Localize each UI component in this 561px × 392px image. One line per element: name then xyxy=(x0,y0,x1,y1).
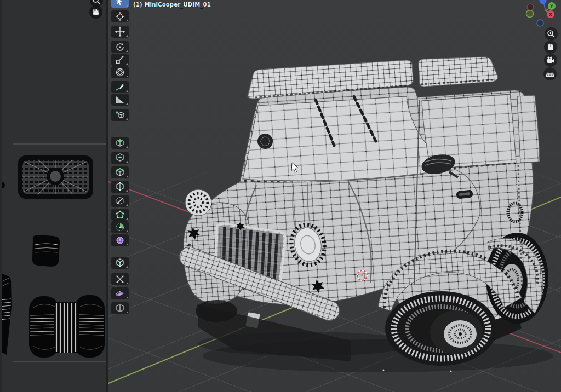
rip-region-icon xyxy=(115,303,125,314)
knife-icon xyxy=(115,195,125,206)
uv-island-seat-cushion xyxy=(32,235,60,267)
front-right-wheel xyxy=(385,291,497,366)
uv-island-tire-tread xyxy=(29,295,105,358)
move-icon xyxy=(115,26,125,37)
loop-cut-icon xyxy=(115,181,125,192)
panel-left-edge xyxy=(0,0,2,392)
orthographic-grid-icon xyxy=(545,69,555,79)
tool-annotate-button[interactable] xyxy=(111,81,129,93)
x-axis-label: X xyxy=(549,12,552,17)
annotate-pen-icon xyxy=(115,82,125,93)
tool-add-cube-button[interactable] xyxy=(111,109,129,121)
neg-y-axis-ball[interactable] xyxy=(526,10,534,18)
tool-tweak-select-button[interactable] xyxy=(111,0,129,8)
uv-editor-canvas[interactable] xyxy=(0,0,106,392)
camera-view-icon xyxy=(546,55,556,65)
uv-island-wheel-face xyxy=(18,155,93,199)
uv-island-side-strip xyxy=(0,273,12,355)
smooth-icon xyxy=(115,235,125,246)
scale-icon xyxy=(115,54,125,65)
tool-loop-cut-button[interactable] xyxy=(111,181,129,193)
tool-transform-button[interactable] xyxy=(111,66,129,78)
transform-icon xyxy=(115,67,125,78)
tool-move-button[interactable] xyxy=(111,26,129,38)
tool-measure-button[interactable] xyxy=(111,94,129,106)
pan-hand-icon xyxy=(546,42,556,52)
viewport-ortho-toggle-button[interactable] xyxy=(543,67,557,80)
zoom-icon xyxy=(546,29,556,39)
tool-extrude-button[interactable] xyxy=(111,137,129,149)
left-headlight-ball xyxy=(185,189,211,216)
tool-cursor-button[interactable] xyxy=(111,10,129,22)
uv-pan-button[interactable] xyxy=(89,5,102,19)
viewport-pan-button[interactable] xyxy=(544,41,557,54)
pan-hand-icon xyxy=(91,7,101,17)
poly-build-icon xyxy=(115,209,125,220)
viewport-zoom-button[interactable] xyxy=(545,27,558,41)
uv-editor-panel[interactable] xyxy=(0,0,106,392)
tool-shrink-fatten-button[interactable] xyxy=(111,273,129,285)
viewport-camera-button[interactable] xyxy=(544,54,557,67)
3d-cursor-icon xyxy=(115,11,125,22)
rotate-icon xyxy=(115,42,125,53)
tool-rotate-button[interactable] xyxy=(111,41,129,53)
extrude-region-icon xyxy=(115,137,125,148)
neg-z-axis-ball[interactable] xyxy=(537,20,543,26)
tool-scale-button[interactable] xyxy=(111,54,129,66)
neg-x-axis-ball[interactable] xyxy=(527,4,534,10)
tool-inset-button[interactable] xyxy=(111,152,129,164)
y-axis-label: Y xyxy=(549,4,553,9)
tool-knife-button[interactable] xyxy=(111,195,129,207)
blender-window: (1) MiniCooper_UDIM_01 xyxy=(0,0,561,392)
tweak-select-icon xyxy=(115,0,125,7)
car-quarter-window xyxy=(517,95,540,163)
tool-shear-button[interactable] xyxy=(111,287,129,299)
spin-icon xyxy=(115,222,125,233)
tool-rip-region-button[interactable] xyxy=(111,302,129,314)
shrink-fatten-icon xyxy=(115,274,125,285)
add-cube-icon xyxy=(115,109,125,120)
shear-icon xyxy=(115,288,125,299)
tool-spin-button[interactable] xyxy=(111,221,129,233)
editor-divider[interactable] xyxy=(106,0,108,392)
tool-bevel-button[interactable] xyxy=(111,166,129,178)
edge-slide-icon xyxy=(115,257,125,268)
tool-edge-slide-button[interactable] xyxy=(111,257,129,269)
mini-cooper-mesh[interactable] xyxy=(176,57,548,372)
inset-faces-icon xyxy=(115,152,125,163)
car-roof-slab-rear xyxy=(419,57,497,87)
left-side-mirror xyxy=(257,134,273,149)
active-object-label: (1) MiniCooper_UDIM_01 xyxy=(133,2,211,8)
zoom-icon xyxy=(91,0,101,5)
tool-smooth-button[interactable] xyxy=(111,234,129,246)
measure-icon xyxy=(115,94,125,105)
z-axis-ball[interactable] xyxy=(540,0,547,4)
orientation-gizmo[interactable]: Y X xyxy=(520,0,561,31)
front-left-wheel-shadow xyxy=(196,300,237,322)
bevel-icon xyxy=(115,167,125,178)
tool-poly-build-button[interactable] xyxy=(111,209,129,221)
